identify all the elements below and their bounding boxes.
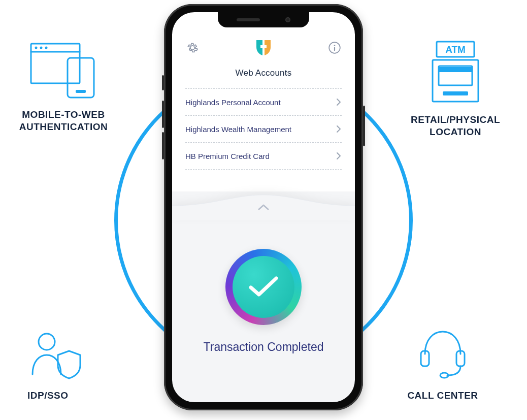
user-shield-icon xyxy=(27,330,83,382)
svg-point-2 xyxy=(35,47,38,49)
app-logo xyxy=(254,40,273,55)
svg-point-12 xyxy=(39,334,55,350)
pod-mobile-to-web: MOBILE-TO-WEB AUTHENTICATION xyxy=(5,39,122,133)
atm-icon: ATM xyxy=(427,39,483,107)
chevron-up-icon xyxy=(257,203,270,211)
svg-point-3 xyxy=(40,47,43,49)
svg-rect-16 xyxy=(260,45,267,48)
pod-caption: IDP/SSO xyxy=(27,390,69,402)
phone-screen: Web Accounts Highlands Personal Account … xyxy=(172,12,355,402)
headset-icon xyxy=(415,325,471,382)
pod-caption: MOBILE-TO-WEB AUTHENTICATION xyxy=(5,109,122,133)
phone-notch xyxy=(218,12,309,27)
app-topbar xyxy=(172,37,355,59)
pod-call-center: CALL CENTER xyxy=(392,325,493,402)
svg-rect-6 xyxy=(76,90,86,93)
account-row[interactable]: Highlands Personal Account xyxy=(185,88,342,115)
chevron-right-icon xyxy=(336,124,342,134)
gear-icon xyxy=(186,41,199,54)
collapse-handle[interactable] xyxy=(257,203,270,213)
svg-rect-0 xyxy=(31,44,80,83)
section-title: Web Accounts xyxy=(172,68,355,78)
svg-rect-11 xyxy=(443,91,468,95)
accounts-list: Highlands Personal Account Highlands Wea… xyxy=(185,88,342,170)
phone-side-button xyxy=(162,132,164,159)
pod-retail-location: ATM RETAIL/PHYSICAL LOCATION xyxy=(397,39,514,138)
phone-side-button xyxy=(363,106,365,146)
svg-rect-19 xyxy=(334,47,335,51)
pod-caption: RETAIL/PHYSICAL LOCATION xyxy=(397,114,514,138)
phone-side-button xyxy=(162,101,164,128)
success-badge xyxy=(225,249,302,325)
account-label: HB Premium Credit Card xyxy=(185,152,270,160)
checkmark-icon xyxy=(247,274,280,300)
svg-point-4 xyxy=(45,47,48,49)
devices-icon xyxy=(28,39,99,102)
account-label: Highlands Wealth Management xyxy=(185,125,291,134)
chevron-right-icon xyxy=(336,151,342,160)
pod-idp-sso: IDP/SSO xyxy=(27,330,129,402)
settings-button[interactable] xyxy=(185,41,200,55)
phone-mockup: Web Accounts Highlands Personal Account … xyxy=(164,4,363,410)
account-row[interactable]: Highlands Wealth Management xyxy=(185,115,342,142)
svg-point-18 xyxy=(334,45,336,46)
account-row[interactable]: HB Premium Credit Card xyxy=(185,142,342,170)
phone-side-button xyxy=(162,75,164,90)
chevron-right-icon xyxy=(336,98,342,107)
status-text: Transaction Completed xyxy=(172,340,355,354)
account-label: Highlands Personal Account xyxy=(185,98,281,107)
info-button[interactable] xyxy=(327,41,342,55)
pod-caption: CALL CENTER xyxy=(407,390,478,402)
info-icon xyxy=(328,41,341,54)
atm-text: ATM xyxy=(445,44,466,55)
svg-rect-10 xyxy=(439,67,472,72)
